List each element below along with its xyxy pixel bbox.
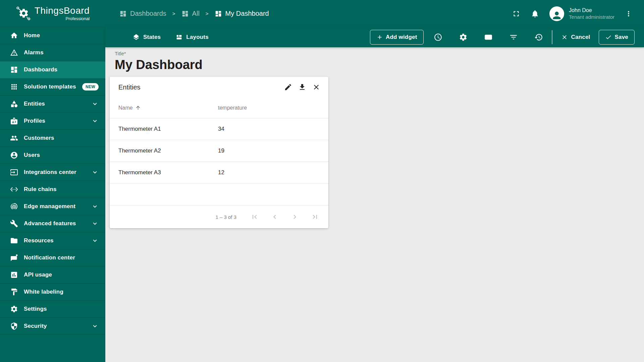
layouts-icon — [175, 34, 183, 41]
sidebar-item-white-labeling[interactable]: White labeling — [0, 284, 105, 301]
next-page-button[interactable] — [291, 213, 299, 221]
sidebar-item-profiles[interactable]: Profiles — [0, 113, 105, 130]
dashboard-icon — [119, 10, 127, 17]
sidebar-item-security[interactable]: Security — [0, 318, 105, 335]
api-usage-icon — [10, 271, 18, 279]
breadcrumb: Dashboards > All > My Dashboard — [119, 10, 269, 17]
app-logo[interactable]: ThingsBoard Professional — [0, 0, 105, 27]
notifications-button[interactable] — [531, 9, 539, 18]
dashboards-icon — [10, 66, 18, 74]
more-menu-button[interactable] — [625, 10, 633, 18]
main-area: Dashboards > All > My Dashboard — [105, 0, 644, 362]
home-icon — [10, 32, 18, 40]
export-widget-button[interactable] — [298, 83, 306, 91]
sidebar-item-notification-center[interactable]: Notification center — [0, 249, 105, 266]
sidebar-item-edge-management[interactable]: Edge management — [0, 198, 105, 215]
sidebar-item-api-usage[interactable]: API usage — [0, 266, 105, 284]
breadcrumb-current-dashboard[interactable]: My Dashboard — [215, 10, 269, 17]
avatar — [549, 6, 564, 21]
sidebar-item-resources[interactable]: Resources — [0, 232, 105, 249]
rule-chains-icon — [10, 185, 18, 193]
notification-center-icon — [10, 254, 18, 262]
sidebar-item-customers[interactable]: Customers — [0, 130, 105, 147]
advanced-features-icon — [10, 220, 18, 228]
last-page-button[interactable] — [311, 213, 319, 221]
integrations-icon — [10, 168, 18, 176]
security-shield-icon — [10, 322, 18, 330]
title-field-label: Title* — [115, 51, 644, 56]
fullscreen-button[interactable] — [512, 9, 521, 18]
sidebar-item-advanced-features[interactable]: Advanced features — [0, 215, 105, 232]
sidebar-item-solution-templates[interactable]: Solution templates NEW — [0, 78, 105, 96]
layouts-button[interactable]: Layouts — [175, 34, 209, 41]
chevron-down-icon — [91, 220, 99, 227]
entities-widget: Entities Name t — [110, 77, 328, 228]
cell-temperature: 12 — [218, 169, 328, 176]
version-history-button[interactable] — [534, 33, 543, 42]
table-paginator: 1 – 3 of 3 — [110, 205, 328, 228]
breadcrumb-separator: > — [171, 11, 177, 16]
dashboard-settings-button[interactable] — [459, 33, 468, 42]
cell-temperature: 34 — [218, 126, 328, 132]
paginator-range-label: 1 – 3 of 3 — [215, 214, 236, 220]
customers-icon — [10, 134, 18, 142]
dashboard-canvas: Title* My Dashboard Entities — [105, 47, 644, 362]
sidebar-item-alarms[interactable]: Alarms — [0, 44, 105, 61]
devices-icon — [484, 33, 493, 42]
sidebar-item-users[interactable]: Users — [0, 147, 105, 164]
new-badge: NEW — [82, 83, 99, 90]
states-button[interactable]: States — [132, 34, 161, 41]
edit-widget-button[interactable] — [284, 83, 292, 91]
profiles-icon — [10, 117, 18, 125]
chevron-down-icon — [91, 203, 99, 210]
save-button[interactable]: Save — [599, 30, 635, 45]
download-icon — [298, 83, 306, 91]
chevron-down-icon — [91, 322, 99, 330]
first-page-icon — [251, 213, 259, 221]
add-widget-button[interactable]: Add widget — [370, 30, 424, 45]
table-row[interactable]: Thermometer A2 19 — [110, 140, 328, 162]
table-empty-row — [110, 184, 328, 205]
sidebar-item-settings[interactable]: Settings — [0, 301, 105, 318]
table-row[interactable]: Thermometer A3 12 — [110, 162, 328, 184]
widget-header: Entities — [110, 77, 328, 98]
breadcrumb-all[interactable]: All — [181, 10, 200, 17]
column-header-temperature[interactable]: temperature — [218, 105, 328, 111]
cancel-button[interactable]: Cancel — [561, 34, 590, 41]
dashboard-toolbar: States Layouts Add widget — [105, 27, 644, 47]
plus-icon — [376, 34, 383, 41]
thingsboard-logo-icon — [16, 6, 31, 21]
time-window-button[interactable] — [434, 33, 442, 42]
cell-name: Thermometer A3 — [118, 169, 218, 176]
sidebar-item-integrations-center[interactable]: Integrations center — [0, 164, 105, 181]
column-header-name[interactable]: Name — [118, 105, 218, 111]
clock-icon — [434, 33, 442, 42]
breadcrumb-dashboards[interactable]: Dashboards — [119, 10, 166, 17]
gear-icon — [459, 33, 468, 42]
filters-button[interactable] — [509, 33, 518, 42]
edge-management-icon — [10, 202, 18, 210]
sidebar-item-home[interactable]: Home — [0, 27, 105, 44]
table-row[interactable]: Thermometer A1 34 — [110, 118, 328, 140]
history-icon — [534, 33, 543, 42]
last-page-icon — [311, 213, 319, 221]
dashboard-title-block: Title* My Dashboard — [115, 51, 644, 72]
sidebar-item-rule-chains[interactable]: Rule chains — [0, 181, 105, 198]
entity-aliases-button[interactable] — [484, 33, 493, 42]
dashboard-title-input[interactable]: My Dashboard — [115, 58, 644, 72]
previous-page-button[interactable] — [271, 213, 279, 221]
bell-icon — [531, 9, 539, 18]
chevron-down-icon — [91, 117, 99, 125]
remove-widget-button[interactable] — [312, 83, 320, 91]
user-menu[interactable]: John Doe Tenant administrator — [549, 6, 614, 21]
first-page-button[interactable] — [251, 213, 259, 221]
chevron-right-icon — [291, 213, 299, 221]
more-vert-icon — [625, 10, 633, 18]
sidebar-item-dashboards[interactable]: Dashboards — [0, 61, 105, 78]
dashboard-icon — [181, 10, 189, 17]
sidebar-item-entities[interactable]: Entities — [0, 96, 105, 113]
users-icon — [10, 151, 18, 159]
white-labeling-icon — [10, 288, 18, 296]
dashboard-icon — [215, 10, 222, 17]
logo-title: ThingsBoard — [35, 6, 90, 15]
